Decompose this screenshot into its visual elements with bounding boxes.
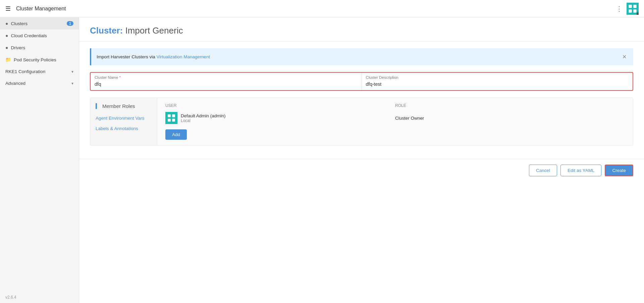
sub-nav: Agent Environment Vars Labels & Annotati…: [96, 113, 152, 134]
cluster-name-label-text: Cluster Name: [95, 75, 118, 79]
required-indicator: *: [119, 75, 121, 79]
clusters-icon: ●: [5, 21, 8, 26]
sidebar-item-pod-security[interactable]: 📁 Pod Security Policies: [0, 54, 79, 66]
member-roles-section: Member Roles: [96, 103, 152, 109]
cancel-button[interactable]: Cancel: [529, 165, 557, 176]
svg-rect-7: [172, 119, 175, 122]
cluster-name-field: Cluster Name *: [91, 73, 362, 90]
page-title-label: Cluster:: [90, 25, 123, 36]
drivers-icon: ●: [5, 45, 8, 50]
sidebar-item-clusters-label: Clusters: [11, 21, 28, 26]
sidebar-item-cloud-left: ● Cloud Credentials: [5, 33, 47, 38]
svg-rect-4: [168, 114, 171, 117]
sidebar-item-rke1[interactable]: RKE1 Configuration ▾: [0, 66, 79, 77]
page-header: Cluster: Import Generic: [79, 17, 644, 42]
sidebar-item-clusters[interactable]: ● Clusters 1: [0, 17, 79, 29]
brand-icon: [628, 4, 637, 13]
clusters-badge: 1: [67, 21, 73, 26]
nav-right: ⋮: [616, 3, 639, 15]
sidebar-item-drivers-left: ● Drivers: [5, 45, 25, 50]
agent-env-vars-link[interactable]: Agent Environment Vars: [96, 113, 152, 123]
brand-bar: [637, 3, 639, 15]
labels-annotations-link[interactable]: Labels & Annotations: [96, 123, 152, 134]
info-banner-close-icon[interactable]: ✕: [621, 52, 628, 61]
pod-security-icon: 📁: [5, 57, 11, 62]
top-nav: ☰ Cluster Management ⋮: [0, 0, 644, 17]
add-member-button[interactable]: Add: [165, 129, 187, 140]
member-role-value: Cluster Owner: [395, 116, 625, 121]
svg-rect-6: [168, 119, 171, 122]
avatar-icon: [167, 114, 176, 122]
cluster-desc-label: Cluster Description: [362, 73, 633, 80]
sidebar-item-drivers-label: Drivers: [11, 45, 25, 50]
cloud-icon: ●: [5, 33, 8, 38]
more-options-icon[interactable]: ⋮: [616, 5, 623, 13]
main-layout: ● Clusters 1 ● Cloud Credentials ● Drive…: [0, 17, 644, 303]
member-row: Default Admin (admin) Local Cluster Owne…: [165, 112, 625, 124]
user-col-header: User: [165, 103, 395, 108]
member-avatar: [165, 112, 177, 124]
svg-rect-2: [629, 9, 632, 12]
action-buttons: Cancel Edit as YAML Create: [79, 159, 644, 182]
member-name-block: Default Admin (admin) Local: [181, 113, 226, 123]
page-title-sub: Import Generic: [125, 25, 183, 36]
sidebar-item-drivers[interactable]: ● Drivers: [0, 42, 79, 54]
member-info: Default Admin (admin) Local: [165, 112, 395, 124]
cluster-name-label: Cluster Name *: [91, 73, 362, 80]
content-area: Import Harvester Clusters via Virtualiza…: [79, 42, 644, 159]
member-roles-area: Member Roles Agent Environment Vars Labe…: [90, 98, 633, 145]
sidebar-item-pod-label: Pod Security Policies: [14, 57, 56, 62]
brand-logo: [627, 3, 639, 15]
cluster-desc-field: Cluster Description: [362, 73, 633, 90]
form-row: Cluster Name * Cluster Description: [90, 72, 633, 91]
page-title: Cluster: Import Generic: [90, 25, 633, 36]
sidebar-item-advanced-left: Advanced: [5, 81, 25, 86]
role-col-header: Role: [395, 103, 625, 108]
sidebar-item-advanced[interactable]: Advanced ▾: [0, 77, 79, 89]
advanced-chevron-icon: ▾: [71, 81, 73, 86]
hamburger-icon[interactable]: ☰: [5, 5, 11, 12]
app-title: Cluster Management: [16, 6, 66, 12]
rke1-chevron-icon: ▾: [71, 69, 73, 74]
sidebar-item-pod-left: 📁 Pod Security Policies: [5, 57, 56, 62]
member-roles-sidebar: Member Roles Agent Environment Vars Labe…: [90, 98, 157, 145]
svg-rect-0: [629, 5, 632, 8]
member-roles-title: Member Roles: [102, 103, 135, 109]
nav-left: ☰ Cluster Management: [5, 5, 66, 12]
sidebar: ● Clusters 1 ● Cloud Credentials ● Drive…: [0, 17, 79, 303]
sidebar-item-clusters-left: ● Clusters: [5, 21, 28, 26]
cluster-name-input[interactable]: [91, 80, 362, 90]
sidebar-item-cloud-credentials[interactable]: ● Cloud Credentials: [0, 29, 79, 42]
svg-rect-1: [633, 5, 636, 8]
svg-rect-5: [172, 114, 175, 117]
version-label: v2.6.4: [5, 295, 16, 300]
info-banner: Import Harvester Clusters via Virtualiza…: [90, 48, 633, 65]
cluster-desc-input[interactable]: [362, 80, 633, 90]
info-banner-static: Import Harvester Clusters via: [97, 54, 157, 59]
sidebar-item-cloud-label: Cloud Credentials: [11, 33, 47, 38]
member-roles-content: User Role: [157, 98, 633, 145]
create-button[interactable]: Create: [605, 165, 633, 176]
member-table-header: User Role: [165, 103, 625, 108]
svg-rect-3: [633, 9, 636, 12]
sidebar-item-rke1-label: RKE1 Configuration: [5, 69, 45, 74]
member-name: Default Admin (admin): [181, 113, 226, 118]
member-sub: Local: [181, 118, 226, 123]
main-content: Cluster: Import Generic Import Harvester…: [79, 17, 644, 303]
sidebar-item-rke1-left: RKE1 Configuration: [5, 69, 45, 74]
virtualization-management-link[interactable]: Virtualization Management: [157, 54, 210, 59]
info-banner-text: Import Harvester Clusters via Virtualiza…: [97, 54, 210, 59]
edit-yaml-button[interactable]: Edit as YAML: [560, 165, 602, 176]
sidebar-item-advanced-label: Advanced: [5, 81, 25, 86]
